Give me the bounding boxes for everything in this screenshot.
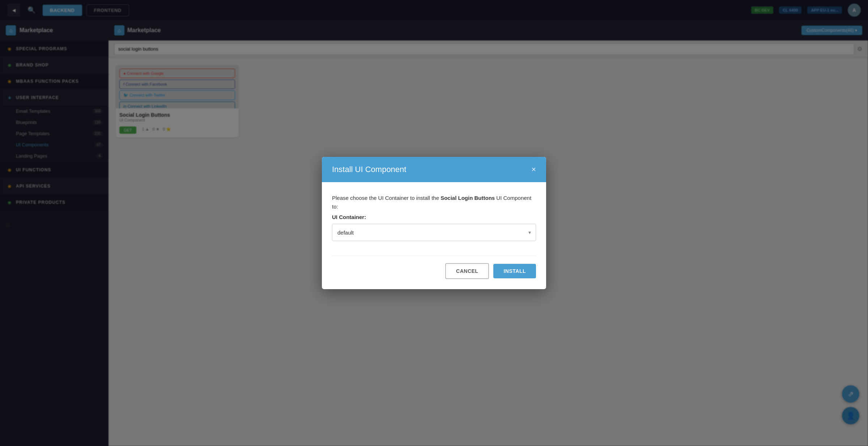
container-select[interactable]: default <box>332 224 536 241</box>
modal-description: Please choose the UI Container to instal… <box>332 194 536 211</box>
modal-header: Install UI Component × <box>322 157 546 182</box>
description-prefix: Please choose the UI Container to instal… <box>332 195 441 201</box>
component-name: Social Login Buttons <box>441 195 495 201</box>
modal-body: Please choose the UI Container to instal… <box>322 182 546 289</box>
install-modal: Install UI Component × Please choose the… <box>322 157 546 289</box>
modal-title: Install UI Component <box>332 165 406 174</box>
modal-overlay: Install UI Component × Please choose the… <box>0 0 868 446</box>
modal-footer: CANCEL INSTALL <box>332 256 536 279</box>
cancel-button[interactable]: CANCEL <box>445 263 489 279</box>
modal-close-button[interactable]: × <box>531 166 536 173</box>
install-button[interactable]: INSTALL <box>493 264 536 278</box>
modal-container-label: UI Container: <box>332 214 536 220</box>
modal-select-wrapper: default ▾ <box>332 224 536 241</box>
